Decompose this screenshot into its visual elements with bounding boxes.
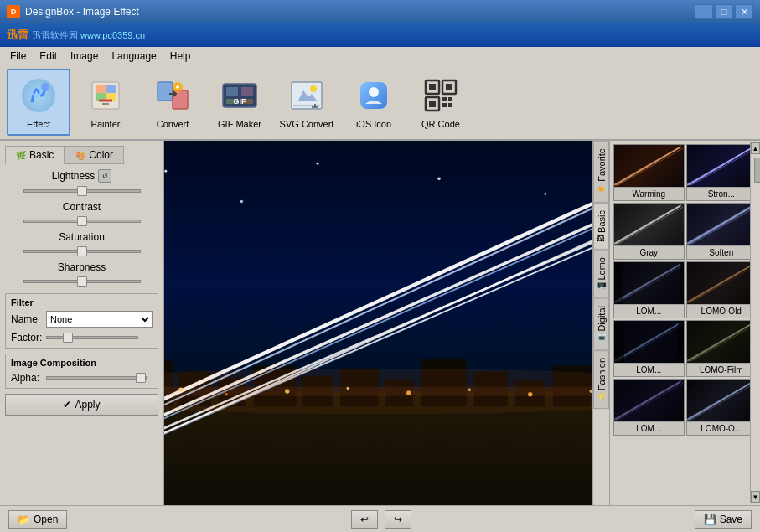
contrast-slider[interactable] — [23, 214, 141, 228]
filter-lom2[interactable]: LOM... — [613, 320, 685, 377]
saturation-label: Saturation — [59, 231, 105, 243]
tab-color[interactable]: 🎨 Color — [65, 146, 124, 164]
filter-row-1: Warming Stron... — [613, 144, 757, 201]
tool-painter[interactable]: Painter — [74, 69, 137, 136]
tool-gif-maker[interactable]: GIF GIF Maker — [208, 69, 271, 136]
apply-label: Apply — [75, 399, 100, 411]
save-button[interactable]: 💾 Save — [695, 510, 752, 529]
tool-ios-label: iOS Icon — [356, 119, 391, 129]
lomo-old-label: LOMO-Old — [687, 304, 757, 318]
filter-strong[interactable]: Stron... — [686, 144, 757, 201]
minimize-button[interactable]: — — [695, 4, 713, 19]
redo-icon: ↪ — [394, 514, 402, 525]
gray-label: Gray — [614, 245, 684, 259]
menu-bar: File Edit Image Language Help — [0, 47, 760, 65]
lightness-row: Lightness ↺ — [5, 169, 158, 198]
svg-rect-105 — [614, 321, 624, 363]
filter-lomo-old[interactable]: LOMO-Old — [686, 261, 757, 318]
tool-qr-code[interactable]: QR Code — [409, 69, 473, 136]
qr-code-icon — [421, 75, 461, 116]
tool-ios-icon[interactable]: iOS Icon — [342, 69, 406, 136]
open-label: Open — [34, 514, 58, 525]
filter-lom1[interactable]: LOM... — [613, 261, 685, 318]
svg-rect-110 — [687, 321, 757, 363]
filter-row-5: LOM... LOMO-O... — [613, 379, 757, 436]
svg-rect-94 — [614, 262, 684, 304]
side-tab-favorite-label: Favorite — [597, 148, 607, 182]
svg-rect-8 — [158, 82, 173, 101]
maximize-button[interactable]: □ — [715, 4, 733, 19]
warming-label: Warming — [614, 187, 684, 200]
filter-lom3[interactable]: LOM... — [613, 379, 685, 436]
svg-line-86 — [618, 207, 683, 244]
lightness-slider[interactable] — [23, 184, 141, 198]
svg-point-20 — [369, 87, 379, 97]
side-tab-container: ★ Favorite 🖼 Basic 📷 Lomo 💻 Digital ✨ Fa… — [592, 141, 609, 505]
undo-button[interactable]: ↩ — [351, 510, 378, 529]
right-panel-wrapper: ★ Favorite 🖼 Basic 📷 Lomo 💻 Digital ✨ Fa… — [592, 141, 760, 505]
filter-factor-label: Factor: — [11, 332, 43, 343]
alpha-slider[interactable] — [46, 371, 147, 385]
filter-factor-slider[interactable] — [46, 331, 138, 344]
effect-icon — [18, 75, 59, 116]
svg-rect-95 — [614, 262, 623, 304]
close-button[interactable]: ✕ — [735, 4, 753, 19]
redo-button[interactable]: ↪ — [385, 510, 411, 529]
lightness-label: Lightness — [52, 170, 95, 182]
tab-basic[interactable]: 🌿 Basic — [5, 146, 65, 164]
sharpness-slider[interactable] — [23, 275, 141, 288]
svg-point-60 — [164, 170, 167, 173]
title-bar: D DesignBox - Image Effect — □ ✕ — [0, 0, 760, 23]
strong-label: Stron... — [687, 187, 757, 200]
lom3-label: LOM... — [614, 421, 684, 435]
menu-language[interactable]: Language — [105, 49, 163, 64]
open-button[interactable]: 📂 Open — [8, 510, 67, 529]
svg-convert-icon — [287, 75, 327, 116]
tool-qr-label: QR Code — [421, 119, 460, 129]
svg-point-18 — [310, 85, 317, 92]
filter-lomo-film[interactable]: LOMO-Film — [686, 320, 757, 377]
scroll-down-arrow[interactable]: ▼ — [751, 491, 760, 503]
svg-line-87 — [614, 206, 680, 244]
side-tab-favorite[interactable]: ★ Favorite — [593, 141, 609, 203]
filter-soften[interactable]: Soften — [686, 203, 757, 260]
ios-icon-icon — [354, 75, 394, 116]
tool-svg-convert[interactable]: SVG Convert — [275, 69, 339, 136]
svg-point-64 — [544, 193, 546, 195]
saturation-slider[interactable] — [23, 245, 141, 258]
menu-image[interactable]: Image — [64, 49, 105, 64]
svg-rect-96 — [680, 262, 684, 304]
filter-gray[interactable]: Gray — [613, 203, 685, 260]
side-tab-basic[interactable]: 🖼 Basic — [593, 203, 609, 250]
svg-rect-4 — [96, 85, 106, 93]
filter-lomo-o[interactable]: LOMO-O... — [686, 379, 757, 436]
filter-row-3: LOM... LOMO-Old — [613, 261, 757, 318]
tool-gif-label: GIF Maker — [218, 119, 261, 129]
svg-rect-27 — [442, 97, 447, 101]
svg-rect-26 — [429, 101, 436, 107]
lightness-reset[interactable]: ↺ — [98, 169, 111, 183]
svg-point-78 — [164, 369, 592, 414]
menu-help[interactable]: Help — [163, 49, 198, 64]
apply-button[interactable]: ✔ Apply — [5, 394, 158, 416]
lomo-icon: 📷 — [597, 281, 606, 291]
adjustment-tabs: 🌿 Basic 🎨 Color — [5, 146, 158, 164]
side-tab-lomo[interactable]: 📷 Lomo — [593, 250, 609, 299]
tool-convert[interactable]: Convert — [141, 69, 204, 136]
svg-point-1 — [41, 83, 49, 91]
scroll-thumb[interactable] — [754, 158, 760, 183]
scroll-up-arrow[interactable]: ▲ — [751, 142, 760, 154]
menu-file[interactable]: File — [3, 49, 33, 64]
svg-rect-5 — [106, 85, 116, 93]
tool-effect[interactable]: Effect — [7, 69, 70, 136]
gif-maker-icon: GIF — [220, 75, 260, 116]
side-tab-fashion[interactable]: ✨ Fashion — [593, 350, 609, 409]
filter-name-select[interactable]: None Blur Sharpen Emboss Edge Detect — [46, 311, 153, 328]
side-tab-digital[interactable]: 💻 Digital — [593, 298, 609, 350]
sharpness-label: Sharpness — [58, 261, 106, 273]
svg-rect-30 — [448, 103, 452, 107]
filter-warming[interactable]: Warming — [613, 144, 685, 201]
filter-scrollbar: ▲ ▼ — [750, 142, 760, 503]
menu-edit[interactable]: Edit — [33, 49, 64, 64]
side-tab-lomo-label: Lomo — [597, 257, 607, 281]
